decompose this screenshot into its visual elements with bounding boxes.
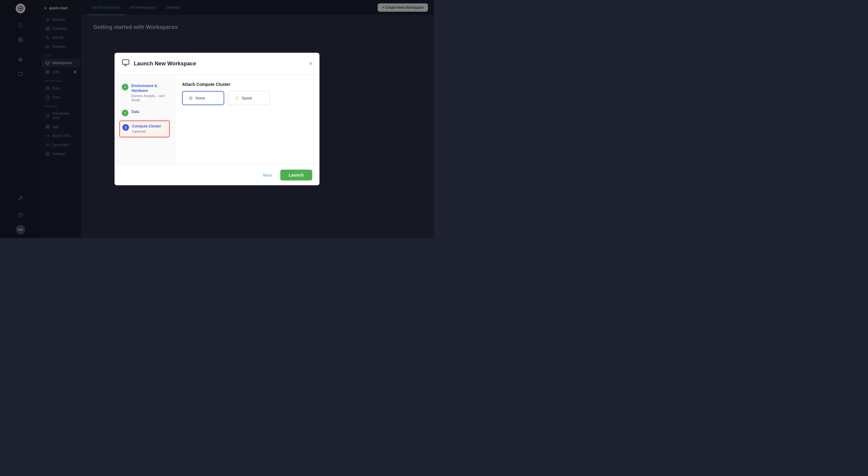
back-button[interactable]: Back <box>258 170 277 180</box>
step-env-hardware[interactable]: ✓ Environment & Hardware Domino Analytic… <box>119 81 170 105</box>
spark-label: Spark <box>242 96 252 100</box>
svg-rect-38 <box>122 60 129 64</box>
step-1-subtitle: Domino Analytic... and Small <box>131 94 167 102</box>
none-icon: ⊘ <box>189 95 193 101</box>
modal-title: Launch New Workspace <box>134 61 196 67</box>
step-3-subtitle: (optional) <box>132 129 161 133</box>
step-2-info: Data <box>131 110 139 115</box>
step-content-area: Attach Compute Cluster ⊘ None ☆ Spark <box>175 75 319 164</box>
launch-workspace-modal: Launch New Workspace × ✓ Environment & H… <box>115 53 319 185</box>
step-2-circle: ✓ <box>122 110 128 116</box>
modal-footer: Back Launch <box>115 164 319 185</box>
attach-cluster-title: Attach Compute Cluster <box>182 82 312 87</box>
step-1-info: Environment & Hardware Domino Analytic..… <box>131 84 167 102</box>
step-2-title: Data <box>131 110 139 115</box>
step-1-title: Environment & Hardware <box>131 84 167 93</box>
step-compute-cluster[interactable]: 3 Compute Cluster (optional) <box>119 121 170 137</box>
modal-body: ✓ Environment & Hardware Domino Analytic… <box>115 75 319 164</box>
monitor-icon <box>122 59 130 68</box>
step-data[interactable]: ✓ Data <box>119 107 170 119</box>
modal-header: Launch New Workspace × <box>115 53 319 75</box>
launch-button[interactable]: Launch <box>280 169 312 181</box>
cluster-option-spark[interactable]: ☆ Spark <box>228 91 270 105</box>
modal-close-button[interactable]: × <box>309 61 312 67</box>
step-1-circle: ✓ <box>122 84 128 90</box>
spark-icon: ☆ <box>235 95 239 101</box>
cluster-options: ⊘ None ☆ Spark <box>182 91 312 105</box>
step-3-title: Compute Cluster <box>132 124 161 129</box>
step-3-info: Compute Cluster (optional) <box>132 124 161 134</box>
steps-sidebar: ✓ Environment & Hardware Domino Analytic… <box>115 75 175 164</box>
cluster-option-none[interactable]: ⊘ None <box>182 91 224 105</box>
none-label: None <box>195 96 205 100</box>
step-3-circle: 3 <box>122 124 129 131</box>
modal-overlay: Launch New Workspace × ✓ Environment & H… <box>0 0 434 238</box>
